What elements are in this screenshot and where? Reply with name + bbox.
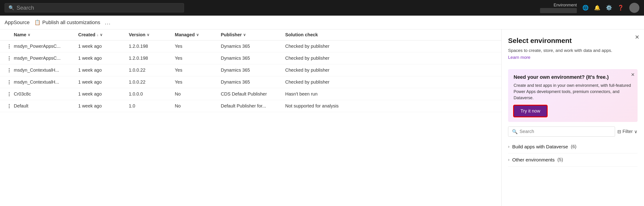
cell-created: 1 week ago: [78, 56, 129, 61]
cell-solution-check: Hasn't been run: [285, 91, 350, 97]
cell-publisher: Default Publisher for...: [221, 103, 285, 109]
cell-name: Cr03c8c: [14, 91, 78, 97]
created-sort-icon[interactable]: ↓: [96, 33, 98, 37]
global-search-bar[interactable]: 🔍: [4, 3, 184, 12]
cell-created: 1 week ago: [78, 79, 129, 85]
table-row: Default 1 week ago 1.0 No Default Publis…: [0, 100, 502, 112]
panel-close-button[interactable]: ✕: [635, 34, 640, 40]
col-header-version[interactable]: Version ∨: [129, 32, 175, 37]
filter-icon: ⊟: [617, 129, 621, 134]
cell-version: 1.0.0.22: [129, 79, 175, 85]
cell-solution-check: Not supported for analysis: [285, 103, 350, 109]
managed-sort-icon[interactable]: ∨: [196, 33, 199, 37]
env-group-header[interactable]: › Other environments (5): [508, 157, 638, 163]
cell-publisher: CDS Default Publisher: [221, 91, 285, 97]
publish-icon: 📋: [34, 19, 40, 25]
cell-name: msdyn_PowerAppsC...: [14, 56, 78, 61]
env-group-label: Other environments: [512, 157, 554, 163]
environment-value-bar: [540, 8, 577, 13]
try-it-now-button[interactable]: Try it now: [514, 105, 547, 117]
env-group-header[interactable]: › Build apps with Dataverse (6): [508, 144, 638, 150]
table-row: Cr03c8c 1 week ago 1.0.0.0 No CDS Defaul…: [0, 88, 502, 100]
environment-group: › Other environments (5): [508, 153, 638, 167]
env-group-count: (5): [557, 157, 563, 162]
avatar[interactable]: [629, 3, 640, 13]
help-icon[interactable]: ❓: [618, 5, 624, 11]
top-navigation: 🔍 Environment 🌐 🔔 ⚙️ ❓: [0, 0, 644, 16]
cell-managed: Yes: [175, 79, 221, 85]
publish-all-button[interactable]: 📋 Publish all customizations: [34, 19, 100, 25]
cell-version: 1.0.0.0: [129, 91, 175, 97]
cell-publisher: Dynamics 365: [221, 79, 285, 85]
cell-managed: No: [175, 103, 221, 109]
cell-publisher: Dynamics 365: [221, 67, 285, 73]
created-sort-icon2[interactable]: ∨: [100, 33, 102, 37]
settings-icon[interactable]: ⚙️: [606, 5, 612, 11]
panel-title: Select environment: [508, 37, 638, 44]
row-context-menu[interactable]: [4, 104, 14, 108]
row-context-menu[interactable]: [4, 56, 14, 60]
col-header-created[interactable]: Created ↓ ∨: [78, 32, 129, 37]
cell-solution-check: Checked by publisher: [285, 67, 350, 73]
promo-close-button[interactable]: ✕: [631, 72, 635, 77]
main-area: Name ∨ Created ↓ ∨ Version ∨ Managed ∨ P…: [0, 29, 644, 206]
cell-created: 1 week ago: [78, 44, 129, 49]
row-context-menu[interactable]: [4, 68, 14, 72]
search-icon: 🔍: [8, 5, 14, 10]
version-sort-icon[interactable]: ∨: [147, 33, 150, 37]
table-row: msdyn_ContextualH... 1 week ago 1.0.0.22…: [0, 64, 502, 76]
cell-managed: Yes: [175, 56, 221, 61]
cell-created: 1 week ago: [78, 103, 129, 109]
bell-icon[interactable]: 🔔: [594, 5, 600, 11]
col-header-menu: [4, 32, 14, 37]
cell-solution-check: Checked by publisher: [285, 44, 350, 49]
cell-version: 1.0: [129, 103, 175, 109]
publisher-sort-icon[interactable]: ∨: [243, 33, 246, 37]
filter-chevron-icon: ∨: [634, 129, 638, 134]
global-search-input[interactable]: [16, 4, 180, 11]
col-header-managed[interactable]: Managed ∨: [175, 32, 221, 37]
solutions-table-area: Name ∨ Created ↓ ∨ Version ∨ Managed ∨ P…: [0, 29, 502, 206]
panel-subtitle: Spaces to create, store, and work with d…: [508, 47, 638, 54]
cell-created: 1 week ago: [78, 91, 129, 97]
cell-publisher: Dynamics 365: [221, 56, 285, 61]
cell-name: msdyn_ContextualH...: [14, 79, 78, 85]
cell-created: 1 week ago: [78, 67, 129, 73]
promo-card: ✕ Need your own environment? (It's free.…: [508, 69, 638, 122]
col-header-solution-check: Solution check: [285, 32, 350, 37]
col-header-name[interactable]: Name ∨: [14, 32, 78, 37]
chevron-right-icon: ›: [508, 144, 510, 149]
table-row: msdyn_ContextualH... 1 week ago 1.0.0.22…: [0, 76, 502, 88]
row-context-menu[interactable]: [4, 44, 14, 48]
row-context-menu[interactable]: [4, 92, 14, 96]
name-sort-icon[interactable]: ∨: [28, 33, 30, 37]
more-options-button[interactable]: ...: [105, 19, 111, 26]
globe-icon[interactable]: 🌐: [582, 5, 588, 11]
appsource-button[interactable]: AppSource: [4, 19, 30, 25]
toolbar: AppSource 📋 Publish all customizations .…: [0, 16, 644, 29]
promo-title: Need your own environment? (It's free.): [514, 74, 632, 80]
row-context-menu[interactable]: [4, 80, 14, 84]
table-row: msdyn_PowerAppsC... 1 week ago 1.2.0.198…: [0, 40, 502, 52]
env-group-label: Build apps with Dataverse: [512, 144, 568, 150]
panel-search-input[interactable]: [520, 129, 611, 134]
cell-version: 1.0.0.22: [129, 67, 175, 73]
table-header: Name ∨ Created ↓ ∨ Version ∨ Managed ∨ P…: [0, 29, 502, 40]
panel-search-icon: 🔍: [512, 129, 518, 134]
cell-managed: No: [175, 91, 221, 97]
environment-section: Environment: [540, 3, 577, 13]
learn-more-link[interactable]: Learn more: [508, 55, 530, 60]
side-panel: ✕ Select environment Spaces to create, s…: [502, 29, 644, 206]
filter-label: Filter: [622, 129, 633, 134]
env-group-count: (6): [571, 144, 576, 149]
cell-name: msdyn_ContextualH...: [14, 67, 78, 73]
environment-groups: › Build apps with Dataverse (6) › Other …: [508, 140, 638, 167]
environment-label: Environment: [554, 3, 577, 7]
panel-search-container[interactable]: 🔍: [508, 127, 615, 137]
publish-label: Publish all customizations: [42, 19, 100, 25]
appsource-label: AppSource: [4, 19, 30, 25]
filter-button[interactable]: ⊟ Filter ∨: [617, 129, 638, 134]
cell-version: 1.2.0.198: [129, 56, 175, 61]
cell-name: msdyn_PowerAppsC...: [14, 44, 78, 49]
col-header-publisher[interactable]: Publisher ∨: [221, 32, 285, 37]
